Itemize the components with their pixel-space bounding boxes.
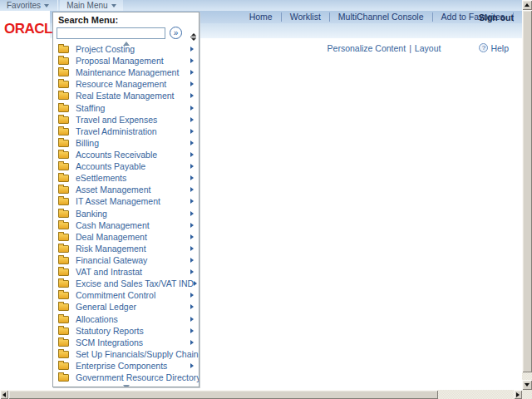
chevron-down-icon [44, 4, 49, 7]
vertical-scrollbar[interactable] [522, 0, 532, 390]
menu-item[interactable]: Government Resource Directory [53, 372, 199, 383]
search-row: » [53, 26, 199, 39]
folder-icon [58, 175, 69, 182]
folder-icon [58, 198, 69, 205]
personalize-content-link[interactable]: Personalize Content [328, 43, 406, 53]
help-control[interactable]: ? Help [479, 43, 509, 53]
main-menu-dropdown: Search Menu: » Project Costing Proposal … [52, 12, 200, 387]
menu-item-label: Asset Management [76, 185, 150, 195]
favorites-menu-button[interactable]: Favorites [0, 0, 56, 11]
horizontal-scrollbar[interactable] [0, 390, 522, 399]
folder-icon [58, 374, 69, 382]
menu-item[interactable]: Allocations [53, 313, 199, 325]
menu-item[interactable]: Travel Administration [53, 126, 199, 137]
submenu-arrow-icon [190, 117, 194, 122]
menu-item-label: Real Estate Management [76, 91, 174, 101]
menu-item[interactable]: Deal Management [53, 231, 199, 243]
menu-item[interactable]: Cash Management [53, 219, 199, 231]
submenu-arrow-icon [190, 223, 194, 228]
resize-down-icon [191, 38, 196, 41]
menu-item-label: IT Asset Management [76, 196, 160, 206]
menu-item[interactable]: Banking [53, 208, 199, 219]
resize-up-icon [191, 33, 196, 36]
menu-item[interactable]: Proposal Management [53, 55, 199, 66]
layout-link[interactable]: Layout [415, 43, 441, 53]
folder-icon [58, 280, 69, 288]
menu-item[interactable]: Staffing [53, 102, 199, 114]
folder-icon [58, 328, 69, 335]
menu-item-label: Billing [76, 138, 99, 148]
submenu-arrow-icon [190, 93, 194, 98]
submenu-arrow-icon [190, 246, 194, 251]
menu-item-label: Staffing [76, 103, 105, 113]
menu-item-label: VAT and Intrastat [76, 267, 142, 277]
menu-item[interactable]: Financial Gateway [53, 254, 199, 266]
scrollbar-down-button[interactable] [522, 380, 532, 390]
horizontal-scrollbar-thumb[interactable] [8, 390, 438, 399]
menu-item[interactable]: Accounts Payable [53, 160, 199, 172]
menu-item-label: Commitment Control [76, 290, 155, 300]
menu-item[interactable]: eSettlements [53, 172, 199, 184]
menu-item-label: Banking [76, 209, 107, 219]
menu-item[interactable]: Real Estate Management [53, 90, 199, 101]
menu-item[interactable]: Accounts Receivable [53, 149, 199, 160]
submenu-arrow-icon [190, 152, 194, 157]
folder-icon [58, 105, 69, 112]
submenu-arrow-icon [190, 363, 194, 368]
folder-icon [58, 92, 69, 100]
menu-item[interactable]: Resource Management [53, 78, 199, 90]
submenu-arrow-icon [190, 175, 194, 180]
folder-icon [58, 234, 69, 241]
menu-item-label: Allocations [76, 314, 118, 324]
menu-item[interactable]: Travel and Expenses [53, 114, 199, 126]
menu-item-label: Enterprise Components [76, 361, 167, 371]
submenu-arrow-icon [190, 187, 194, 192]
menu-item[interactable]: Risk Management [53, 243, 199, 254]
menu-item[interactable]: Project Costing [53, 43, 199, 55]
menu-item[interactable]: Excise and Sales Tax/VAT IND [53, 278, 199, 289]
menu-item-label: Accounts Payable [76, 161, 145, 171]
submenu-arrow-icon [190, 58, 194, 63]
submenu-arrow-icon [190, 129, 194, 134]
menu-item[interactable]: Maintenance Management [53, 66, 199, 78]
header-nav-link[interactable]: MultiChannel Console [330, 12, 433, 22]
folder-icon [58, 186, 69, 194]
menu-item-label: Travel Administration [76, 126, 157, 136]
scrollbar-up-button[interactable] [522, 0, 532, 10]
scroll-down-icon[interactable] [123, 385, 130, 387]
scrollbar-corner [522, 390, 532, 399]
menu-item[interactable]: Statutory Reports [53, 325, 199, 337]
scrollbar-left-button[interactable] [0, 390, 8, 399]
submenu-arrow-icon [190, 211, 194, 216]
search-go-button[interactable]: » [170, 27, 182, 39]
folder-icon [58, 316, 69, 323]
menu-item[interactable]: Set Up Financials/Supply Chain [53, 348, 199, 360]
menu-resize-handle[interactable] [190, 33, 197, 41]
folder-icon [58, 151, 69, 159]
search-menu-input[interactable] [57, 27, 165, 39]
main-menu-button[interactable]: Main Menu [60, 0, 122, 11]
folder-icon [58, 362, 69, 370]
submenu-arrow-icon [190, 293, 194, 298]
folder-icon [58, 81, 69, 88]
menu-item[interactable]: IT Asset Management [53, 195, 199, 207]
submenu-arrow-icon [199, 352, 200, 357]
menu-item-label: Statutory Reports [76, 326, 144, 336]
menu-item[interactable]: Asset Management [53, 184, 199, 195]
menu-item[interactable]: Enterprise Components [53, 360, 199, 372]
menu-item[interactable]: VAT and Intrastat [53, 266, 199, 278]
vertical-scrollbar-thumb[interactable] [522, 10, 532, 372]
folder-icon [58, 339, 69, 347]
menu-bar-divider [57, 0, 58, 11]
sign-out-link[interactable]: Sign out [469, 12, 519, 22]
menu-item[interactable]: Commitment Control [53, 289, 199, 301]
menu-item[interactable]: Billing [53, 137, 199, 149]
arrow-right-icon [516, 392, 520, 397]
menu-item-label: eSettlements [76, 173, 126, 183]
submenu-arrow-icon [190, 70, 194, 75]
scrollbar-right-button[interactable] [514, 390, 522, 399]
menu-item[interactable]: SCM Integrations [53, 337, 199, 348]
header-nav-link[interactable]: Home [241, 12, 282, 22]
menu-item[interactable]: General Ledger [53, 301, 199, 313]
header-nav-link[interactable]: Worklist [282, 12, 330, 22]
